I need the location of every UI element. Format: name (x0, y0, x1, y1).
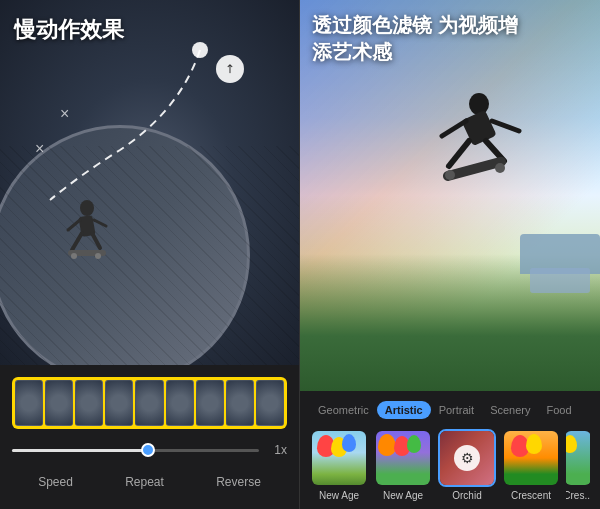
timeline-frame-6 (166, 380, 194, 426)
svg-line-4 (92, 233, 100, 248)
speed-slider-container: 1x (12, 443, 287, 457)
timeline-frame-8 (226, 380, 254, 426)
filter-item-2[interactable]: New Age (374, 429, 432, 501)
timeline-frame-1 (15, 380, 43, 426)
left-video-background: 慢动作效果 × × ↗ (0, 0, 299, 365)
svg-line-14 (442, 121, 466, 136)
filter-label-4: Crescent (511, 490, 551, 501)
category-tabs: Geometric Artistic Portrait Scenery Food (310, 401, 590, 419)
svg-point-9 (95, 253, 101, 259)
filter-label-5: Cres... (566, 490, 590, 501)
skater-figure (60, 198, 115, 263)
tab-speed[interactable]: Speed (30, 471, 81, 493)
filter-label-3: Orchid (452, 490, 481, 501)
left-controls: 1x Speed Repeat Reverse (0, 365, 299, 509)
left-panel: 慢动作效果 × × ↗ (0, 0, 300, 509)
filter-thumb-5[interactable] (566, 429, 590, 487)
svg-point-18 (495, 163, 505, 173)
orchid-controls-icon (454, 445, 480, 471)
svg-point-10 (469, 93, 489, 115)
filter-item-3[interactable]: Orchid (438, 429, 496, 501)
tab-reverse[interactable]: Reverse (208, 471, 269, 493)
timeline-frame-4 (105, 380, 133, 426)
timeline-frame-9 (256, 380, 284, 426)
svg-line-12 (449, 141, 469, 166)
filter-item-4[interactable]: Crescent (502, 429, 560, 501)
right-video-area: 透过颜色滤镜 为视频增添艺术感 (300, 0, 600, 391)
ramp-platform-2 (530, 268, 590, 293)
left-video-area: 慢动作效果 × × ↗ (0, 0, 299, 365)
category-portrait[interactable]: Portrait (431, 401, 482, 419)
left-tabs: Speed Repeat Reverse (12, 469, 287, 497)
category-geometric[interactable]: Geometric (310, 401, 377, 419)
filter-thumb-1[interactable] (310, 429, 368, 487)
motion-path-svg (20, 30, 240, 210)
right-skater-figure (414, 86, 544, 206)
filter-item-5[interactable]: Cres... (566, 429, 590, 501)
filter-thumb-4[interactable] (502, 429, 560, 487)
svg-point-1 (80, 200, 94, 216)
svg-line-3 (72, 233, 82, 250)
timeline-frame-2 (45, 380, 73, 426)
speed-slider-thumb[interactable] (141, 443, 155, 457)
svg-line-15 (492, 121, 519, 131)
svg-line-6 (94, 220, 106, 226)
svg-point-0 (192, 42, 208, 58)
tab-repeat[interactable]: Repeat (117, 471, 172, 493)
timeline-strip[interactable] (12, 377, 287, 429)
filter-item-1[interactable]: New Age (310, 429, 368, 501)
svg-point-8 (71, 253, 77, 259)
filter-label-1: New Age (319, 490, 359, 501)
filter-thumb-3[interactable] (438, 429, 496, 487)
category-artistic[interactable]: Artistic (377, 401, 431, 419)
right-title: 透过颜色滤镜 为视频增添艺术感 (312, 12, 532, 66)
speed-slider-fill (12, 449, 148, 452)
speed-slider-track[interactable] (12, 449, 259, 452)
timeline-frame-3 (75, 380, 103, 426)
svg-line-5 (68, 220, 80, 230)
marker-x-1: × (60, 105, 69, 123)
filter-row: New Age New Age (310, 429, 590, 501)
right-panel: 透过颜色滤镜 为视频增添艺术感 (300, 0, 600, 509)
svg-point-17 (445, 170, 455, 180)
right-video-background: 透过颜色滤镜 为视频增添艺术感 (300, 0, 600, 391)
filter-thumb-2[interactable] (374, 429, 432, 487)
category-food[interactable]: Food (538, 401, 579, 419)
marker-x-2: × (35, 140, 44, 158)
timeline-frame-7 (196, 380, 224, 426)
category-scenery[interactable]: Scenery (482, 401, 538, 419)
filter-label-2: New Age (383, 490, 423, 501)
speed-slider-label: 1x (267, 443, 287, 457)
timeline-frame-5 (135, 380, 163, 426)
right-controls: Geometric Artistic Portrait Scenery Food… (300, 391, 600, 509)
